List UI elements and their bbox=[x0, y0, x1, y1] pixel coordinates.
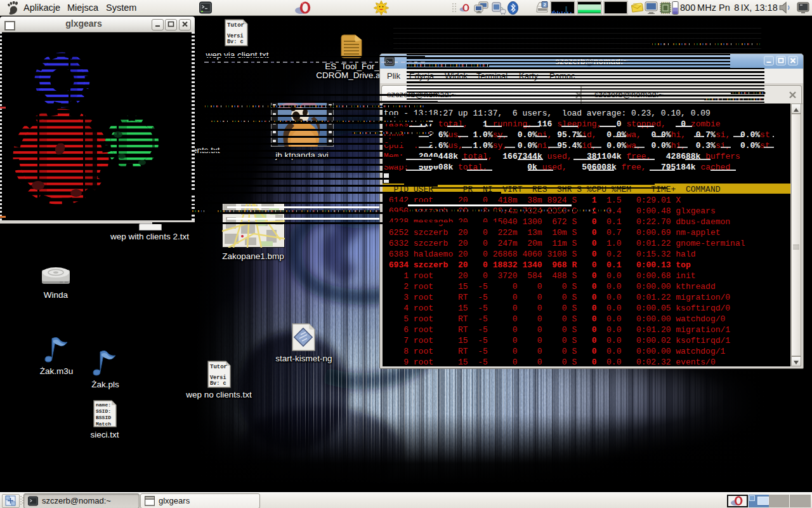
svg-text:name:: name: bbox=[96, 402, 111, 408]
svg-text:Match: Match bbox=[96, 421, 111, 427]
svg-text:SSID:: SSID: bbox=[96, 408, 111, 414]
svg-text:Bv: c: Bv: c bbox=[227, 39, 244, 45]
svg-text:BSSID: BSSID bbox=[96, 415, 111, 420]
svg-text:Tutor: Tutor bbox=[227, 22, 244, 29]
svg-text:2: 2 bbox=[544, 2, 547, 8]
svg-text:Tutor: Tutor bbox=[210, 364, 227, 370]
svg-text:Bv: c: Bv: c bbox=[210, 380, 226, 387]
